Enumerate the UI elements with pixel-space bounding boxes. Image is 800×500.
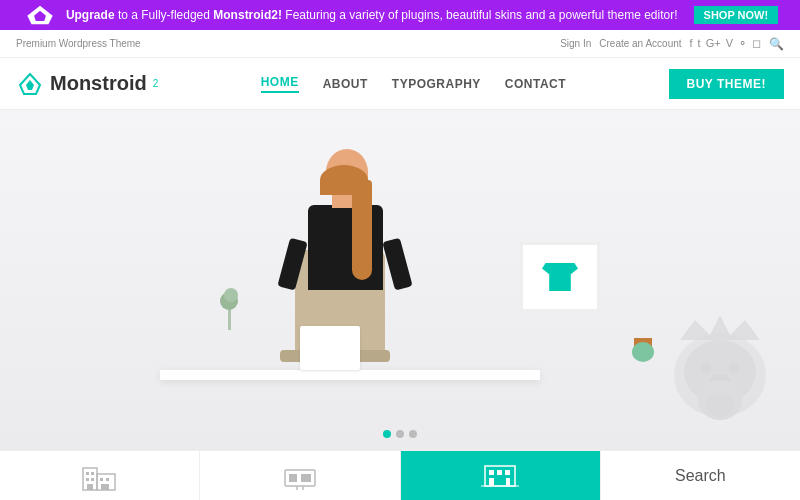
brand: Monstroid2 [16, 70, 158, 98]
monstroid-logo-icon [22, 4, 58, 26]
utility-left-text: Premium Wordpress Theme [16, 38, 141, 49]
svg-rect-12 [91, 478, 94, 481]
twitter-icon[interactable]: t [698, 37, 701, 50]
svg-rect-19 [289, 474, 297, 482]
svg-rect-25 [497, 470, 502, 475]
svg-rect-9 [86, 472, 89, 475]
create-account-link[interactable]: Create an Account [599, 38, 681, 49]
bottom-col-3[interactable] [401, 451, 601, 500]
svg-rect-24 [489, 470, 494, 475]
teal-mask-icon [542, 263, 578, 291]
svg-rect-17 [101, 484, 109, 490]
facebook-icon[interactable]: f [690, 37, 693, 50]
utility-search-icon[interactable]: 🔍 [769, 37, 784, 51]
svg-rect-10 [91, 472, 94, 475]
search-label: Search [675, 467, 726, 485]
paper-on-desk [300, 326, 360, 370]
utility-right: Sign In Create an Account f t G+ V ⚬ ◻ 🔍 [560, 37, 784, 51]
svg-rect-16 [106, 478, 109, 481]
picture-frame [520, 242, 600, 312]
nav-link-home[interactable]: HOME [261, 75, 299, 93]
social-icons: f t G+ V ⚬ ◻ [690, 37, 761, 50]
promo-upgrade: Upgrade [66, 8, 115, 22]
utility-bar: Premium Wordpress Theme Sign In Create a… [0, 30, 800, 58]
instagram-icon[interactable]: ◻ [752, 37, 761, 50]
svg-rect-26 [505, 470, 510, 475]
shop-now-button[interactable]: SHOP NOW! [694, 6, 779, 24]
desk [160, 370, 540, 380]
promo-after-text: Featuring a variety of plugins, beautifu… [285, 8, 677, 22]
bottom-section: Search [0, 450, 800, 500]
signin-link[interactable]: Sign In [560, 38, 591, 49]
brand-name-text: Monstroid [50, 72, 147, 95]
svg-rect-27 [489, 478, 494, 486]
svg-rect-13 [87, 484, 93, 490]
watermark-lion-icon [660, 310, 780, 440]
buy-theme-button[interactable]: BUY THEME! [669, 69, 784, 99]
bottom-col-2[interactable] [200, 451, 400, 500]
dot-2[interactable] [396, 430, 404, 438]
promo-main-text: to a Fully-fledged [118, 8, 213, 22]
svg-point-3 [701, 363, 711, 373]
brand-super-text: 2 [153, 78, 159, 89]
svg-rect-20 [301, 474, 311, 482]
dribbble-icon[interactable]: ⚬ [738, 37, 747, 50]
svg-point-7 [706, 393, 734, 417]
svg-point-4 [729, 363, 739, 373]
dot-3[interactable] [409, 430, 417, 438]
nav-link-contact[interactable]: CONTACT [505, 77, 566, 91]
svg-rect-15 [100, 478, 103, 481]
promo-text: Upgrade to a Fully-fledged Monstroid2! F… [66, 8, 678, 22]
hero-section [0, 110, 800, 450]
nav-link-typography[interactable]: TYPOGRAPHY [392, 77, 481, 91]
hero-dots [383, 430, 417, 438]
svg-rect-11 [86, 478, 89, 481]
plant-right [633, 338, 655, 370]
nav-link-about[interactable]: ABOUT [323, 77, 368, 91]
main-navigation: HOME ABOUT TYPOGRAPHY CONTACT [261, 75, 566, 93]
teal-building-icon [481, 460, 519, 492]
building-icon-1 [81, 460, 119, 492]
bottom-col-1[interactable] [0, 451, 200, 500]
svg-rect-28 [506, 478, 510, 486]
brand-logo-icon [16, 70, 44, 98]
dot-1[interactable] [383, 430, 391, 438]
person-ponytail [352, 180, 372, 280]
google-plus-icon[interactable]: G+ [706, 37, 721, 50]
main-nav: Monstroid2 HOME ABOUT TYPOGRAPHY CONTACT… [0, 58, 800, 110]
furniture-icon [281, 460, 319, 492]
hero-background [0, 110, 800, 450]
promo-brand: Monstroid2! [213, 8, 282, 22]
promo-bar: Upgrade to a Fully-fledged Monstroid2! F… [0, 0, 800, 30]
bottom-col-search[interactable]: Search [601, 451, 800, 500]
vk-icon[interactable]: V [726, 37, 733, 50]
